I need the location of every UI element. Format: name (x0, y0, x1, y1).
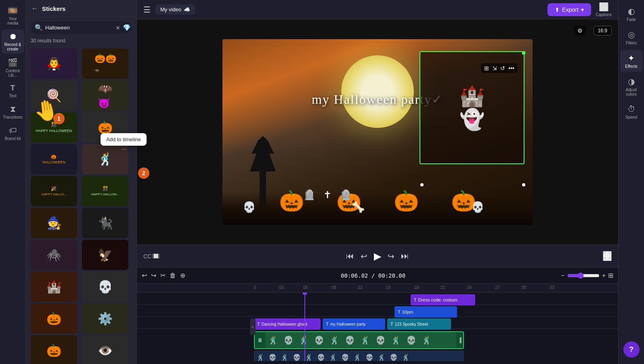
back-button[interactable]: ← (31, 4, 39, 13)
gem-icon[interactable]: 💎 (123, 24, 131, 31)
sec-frame-10: 💀 (363, 351, 375, 361)
sticker-item-8[interactable]: ··· 🕺 (82, 144, 128, 174)
forward-5s-button[interactable]: ↪ (388, 251, 394, 261)
right-sidebar-filters[interactable]: ◎ Filters (620, 27, 643, 48)
zoom-in-button[interactable]: + (602, 272, 606, 279)
sticker-item-9[interactable]: 🎉HAPPY HALLO... (31, 176, 77, 206)
preview-canvas: 🎃 🎃 🎃 🎃 💀 🦴 💀 🪦 ✝ 🪦 my Halloween party✓ … (222, 39, 533, 225)
sticker-item-14[interactable]: 🦅 (82, 240, 128, 270)
playhead[interactable] (304, 293, 305, 361)
preview-settings-area: ⚙ (574, 26, 586, 36)
sticker-item-1[interactable]: 🧛‍♂️ (31, 48, 77, 79)
sidebar-item-brand-kit[interactable]: 🏷 Brand kit (2, 123, 24, 143)
main-area: ☰ My video ☁️ ⬆ Export ▾ ⬜ Captions (137, 0, 618, 364)
sticker-ctrl-fullscreen[interactable]: ⊞ (484, 65, 489, 71)
left-sidebar: 🎞️ Your media ⏺ Record & create 🎬 Conten… (0, 0, 26, 364)
cc-button[interactable]: CC ⬜ (143, 253, 159, 259)
sticker-item-2[interactable]: 🎃🎃🦇 (82, 48, 128, 79)
undo-button[interactable]: ↩ (142, 272, 147, 279)
duplicate-button[interactable]: ⊕ (180, 272, 185, 279)
panel-title: Stickers (42, 5, 132, 12)
ruler-mark-06: :06 (302, 285, 308, 290)
sticker-item-13[interactable]: 🕷️ (31, 240, 77, 270)
help-button[interactable]: ? (623, 341, 640, 358)
project-tab[interactable]: My video ☁️ (155, 4, 195, 15)
text-clip-icon-4: T (326, 322, 329, 326)
haunted-house-selection[interactable]: 🏰👻 ⊞ ⇲ ↺ ••• (420, 51, 524, 164)
right-sidebar-fade[interactable]: ◐ Fade (620, 3, 643, 25)
sidebar-item-transitions[interactable]: ⧗ Transitions (2, 102, 24, 122)
aspect-ratio-button[interactable]: 16:9 (594, 26, 612, 36)
right-sidebar-effects[interactable]: ✦ Effects (620, 50, 643, 72)
search-input[interactable] (45, 25, 113, 31)
track-pause-button[interactable]: ⏸ (255, 332, 265, 348)
video-track-main[interactable]: ⏸ 🕺 💀 🕺 💀 🕺 💀 🕺 💀 🕺 💀 🕺 (254, 331, 464, 349)
track-end-handle[interactable]: ▐ (456, 332, 463, 348)
skip-start-button[interactable]: ⏮ (346, 251, 354, 261)
right-sidebar-adjust-colors[interactable]: ◑ Adjust colors (620, 73, 643, 100)
clear-search-button[interactable]: ✕ (115, 25, 120, 31)
sticker-item-4[interactable]: 🦇😈 (82, 80, 128, 111)
captions-button[interactable]: ⬜ Captions (596, 2, 612, 17)
handle-tl[interactable] (522, 51, 525, 54)
sticker-item-15[interactable]: 🏰 (31, 272, 77, 302)
sticker-item-3[interactable]: 🍭 (31, 80, 77, 111)
zoom-slider[interactable] (567, 272, 600, 279)
sidebar-item-your-media[interactable]: 🎞️ Your media (2, 3, 24, 28)
clip-dress-code[interactable]: T Dress code: costum (411, 294, 475, 305)
clip-dancing-ghost[interactable]: T Dancing Halloween ghost (254, 318, 321, 330)
top-bar: ☰ My video ☁️ ⬆ Export ▾ ⬜ Captions (137, 0, 618, 19)
right-sidebar: ◐ Fade ◎ Filters ✦ Effects ◑ Adjust colo… (618, 0, 644, 364)
clip-10pm[interactable]: T 10pm (394, 306, 457, 318)
sticker-item-12[interactable]: 🐈‍⬛ (82, 208, 128, 238)
fit-to-window-button[interactable]: ⊞ (608, 272, 613, 279)
text-clip-icon-2: T (398, 310, 401, 314)
video-track-secondary[interactable]: 🕺 💀 🕺 💀 🕺 💀 🕺 💀 🕺 💀 🕺 💀 🕺 (254, 351, 464, 361)
more-options-icon[interactable]: ··· (122, 146, 127, 153)
sticker-item-7[interactable]: 🎃HALLOWEEN (31, 144, 77, 174)
search-bar: 🔍 ✕ 💎 (31, 21, 132, 34)
hamburger-menu[interactable]: ☰ (143, 5, 151, 15)
text-icon: T (10, 84, 15, 92)
redo-button[interactable]: ↪ (151, 272, 156, 279)
export-button[interactable]: ⬆ Export ▾ (548, 3, 591, 16)
sticker-item-5[interactable]: 🎊HAPPY HALLOWEEN (31, 112, 77, 142)
sec-frame-6: 💀 (315, 351, 327, 361)
timeline-time-display: 00:06.02 / 00:20.00 (189, 272, 557, 279)
sidebar-item-record[interactable]: ⏺ Record & create (2, 29, 24, 54)
sticker-ctrl-resize[interactable]: ⇲ (492, 65, 497, 71)
preview-settings-button[interactable]: ⚙ (574, 26, 586, 36)
sidebar-item-content-library[interactable]: 🎬 Content Lib... (2, 55, 24, 80)
frame-5: 🕺 (327, 333, 342, 348)
sticker-ctrl-rotate[interactable]: ↺ (500, 65, 505, 71)
zoom-out-button[interactable]: − (561, 272, 564, 279)
sticker-item-20[interactable]: 👁️ (82, 335, 128, 364)
sticker-item-6[interactable]: 🎃 (82, 112, 128, 142)
skip-end-button[interactable]: ⏭ (401, 251, 409, 261)
sticker-item-19[interactable]: 🎃 (31, 335, 77, 364)
speed-icon: ⏱ (627, 105, 636, 114)
clip-123-spooky[interactable]: T 123 Spooky Street (387, 318, 451, 330)
sticker-item-17[interactable]: 🎃 (31, 303, 77, 334)
sticker-item-16[interactable]: 💀 (82, 272, 128, 302)
brand-icon: 🏷 (9, 126, 17, 135)
handle-bl[interactable] (522, 183, 525, 186)
cc-icon: CC (143, 253, 151, 259)
handle-br[interactable] (420, 183, 424, 186)
sticker-item-10[interactable]: 🎊HAPPY HALLOW... (82, 176, 128, 206)
cut-button[interactable]: ✂ (160, 272, 166, 279)
sec-frame-1: 🕺 (254, 351, 266, 361)
play-button[interactable]: ▶ (374, 251, 381, 262)
text-clip-icon-5: T (390, 322, 393, 326)
sidebar-item-text[interactable]: T Text (2, 82, 24, 100)
clip-halloween-party[interactable]: T my Halloween party (323, 318, 385, 330)
stickers-panel: ← Stickers 🔍 ✕ 💎 30 results found 🧛‍♂️ 🎃… (26, 0, 137, 364)
fullscreen-button[interactable]: ⛶ (603, 251, 612, 261)
sticker-ctrl-more[interactable]: ••• (508, 65, 514, 71)
right-sidebar-speed[interactable]: ⏱ Speed (620, 101, 643, 123)
sticker-item-11[interactable]: 🧙 (31, 208, 77, 238)
delete-button[interactable]: 🗑 (170, 272, 176, 279)
rewind-5s-button[interactable]: ↩ (361, 251, 367, 261)
collapse-panel-button[interactable]: ‹ (250, 319, 256, 335)
sticker-item-18[interactable]: ⚙️ (82, 303, 128, 334)
